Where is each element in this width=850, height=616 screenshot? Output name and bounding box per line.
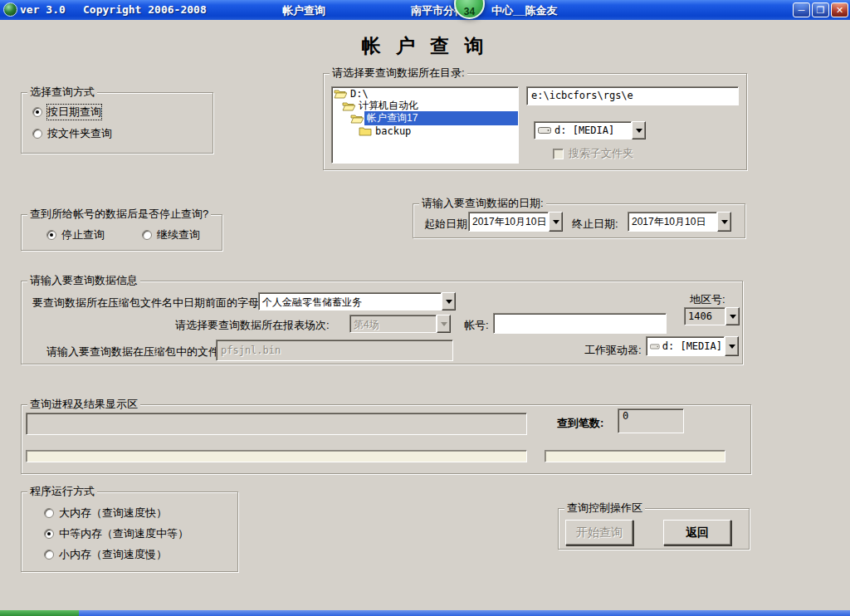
- start-date-combo[interactable]: 2017年10月10日: [468, 212, 563, 232]
- prefix-combo[interactable]: 个人金融零售储蓄业务: [258, 292, 456, 310]
- tree-item-label: 帐户查询17: [364, 111, 518, 125]
- drive-combo[interactable]: d: [MEDIA]: [534, 121, 646, 139]
- radio-icon: [46, 230, 56, 240]
- folder-open-icon: [334, 88, 347, 99]
- progress-bar-main: [26, 450, 527, 462]
- restore-button[interactable]: ❐: [812, 2, 829, 17]
- group-query-method: 选择查询方式 按日期查询 按文件夹查询: [21, 92, 213, 154]
- taskbar-start-button-edge[interactable]: [0, 610, 79, 616]
- account-input[interactable]: [493, 313, 667, 334]
- work-drive-arrow-button[interactable]: [725, 336, 739, 356]
- prefix-combo-arrow-button[interactable]: [442, 292, 456, 310]
- restore-icon: ❐: [817, 5, 825, 15]
- back-button[interactable]: 返回: [663, 520, 731, 545]
- end-date-arrow-button[interactable]: [717, 212, 731, 232]
- end-date-value: 2017年10月10日: [628, 212, 717, 232]
- radio-label: 按文件夹查询: [47, 126, 112, 141]
- region-combo-arrow-button[interactable]: [725, 307, 740, 325]
- radio-icon: [32, 129, 42, 139]
- titlebar-app-title: 帐户查询: [282, 3, 325, 18]
- group-stop-query: 查到所给帐号的数据后是否停止查询? 停止查询 继续查询: [21, 214, 222, 251]
- radio-icon: [44, 550, 54, 560]
- radio-option-by-date[interactable]: 按日期查询: [32, 105, 101, 120]
- session-label: 请选择要查询数据所在报表场次:: [175, 318, 330, 333]
- group-controls-title: 查询控制操作区: [564, 502, 645, 514]
- radio-label: 中等内存（查询速度中等）: [59, 526, 188, 541]
- start-date-value: 2017年10月10日: [468, 212, 549, 232]
- start-date-arrow-button[interactable]: [549, 212, 563, 232]
- app-icon: [3, 2, 17, 17]
- session-combo-value: 第4场: [349, 315, 437, 333]
- region-combo-value: 1406: [684, 307, 725, 325]
- minimize-icon: ─: [799, 5, 805, 15]
- radio-label: 按日期查询: [47, 105, 101, 120]
- group-controls: 查询控制操作区 开始查询 返回: [558, 508, 750, 550]
- end-date-combo[interactable]: 2017年10月10日: [628, 212, 731, 232]
- subfolder-checkbox-label: 搜索子文件夹: [569, 146, 633, 161]
- close-button[interactable]: ✕: [831, 2, 848, 17]
- tree-item-account-query17[interactable]: 帐户查询17: [332, 112, 518, 125]
- start-query-button[interactable]: 开始查询: [565, 520, 633, 545]
- end-date-label: 终止日期:: [572, 217, 618, 232]
- group-progress-title: 查询进程及结果显示区: [27, 398, 140, 410]
- chevron-down-icon: [446, 300, 452, 307]
- count-label: 查到笔数:: [557, 416, 603, 431]
- radio-icon: [44, 508, 54, 518]
- drive-combo-value: d: [MEDIA]: [554, 125, 614, 136]
- count-value-box: 0: [618, 408, 684, 433]
- region-combo[interactable]: 1406: [684, 307, 740, 325]
- page-title: 帐 户 查 询: [0, 33, 850, 59]
- radio-label: 继续查询: [157, 227, 200, 242]
- path-field[interactable]: e:\icbcfors\rgs\e: [526, 86, 739, 105]
- subfolder-checkbox-row[interactable]: 搜索子文件夹: [553, 146, 633, 161]
- chevron-down-icon: [729, 345, 735, 352]
- drive-combo-arrow-button[interactable]: [632, 121, 646, 139]
- minimize-button[interactable]: ─: [793, 2, 810, 17]
- group-query-method-title: 选择查询方式: [27, 86, 97, 98]
- group-progress: 查询进程及结果显示区 查到笔数: 0: [21, 404, 751, 474]
- radio-option-continue[interactable]: 继续查询: [142, 227, 200, 242]
- radio-option-small-memory[interactable]: 小内存（查询速度慢）: [44, 547, 167, 562]
- filename-label: 请输入要查询数据在压缩包中的文件名:: [46, 345, 233, 359]
- tree-item-label: backup: [373, 125, 413, 137]
- tree-item-drive-root[interactable]: D:\: [332, 87, 518, 100]
- taskbar-edge: [79, 610, 850, 616]
- radio-option-by-folder[interactable]: 按文件夹查询: [32, 126, 112, 141]
- radio-label: 大内存（查询速度快）: [59, 506, 167, 521]
- radio-option-large-memory[interactable]: 大内存（查询速度快）: [44, 506, 167, 521]
- title-bar: ver 3.0 Copyright 2006-2008 帐户查询 南平市分行 中…: [0, 0, 850, 20]
- radio-label: 停止查询: [61, 227, 105, 242]
- copyright-text: Copyright 2006-2008: [83, 3, 207, 16]
- radio-option-stop[interactable]: 停止查询: [46, 227, 105, 242]
- chevron-down-icon: [553, 220, 559, 227]
- directory-tree[interactable]: D:\ 计算机自动化 帐户查询17 backup: [331, 86, 519, 164]
- checkbox-icon: [553, 149, 564, 159]
- chevron-down-icon: [721, 220, 728, 227]
- account-label: 帐号:: [464, 318, 489, 333]
- radio-label: 小内存（查询速度慢）: [59, 547, 167, 562]
- group-date-range: 请输入要查询数据的日期: 起始日期: 2017年10月10日 终止日期: 201…: [413, 203, 745, 238]
- drive-icon: [650, 343, 660, 350]
- group-run-mode-title: 程序运行方式: [27, 486, 97, 497]
- group-directory-title: 请选择要查询数据所在目录:: [330, 67, 467, 79]
- group-date-range-title: 请输入要查询数据的日期:: [419, 198, 546, 209]
- filename-field[interactable]: pfsjnl.bin: [216, 340, 453, 361]
- folder-open-icon: [342, 100, 355, 111]
- chevron-down-icon: [636, 129, 642, 136]
- group-data-info: 请输入要查询数据信息 要查询数据所在压缩包文件名中日期前面的字母: 个人金融零售…: [21, 281, 743, 364]
- radio-option-medium-memory[interactable]: 中等内存（查询速度中等）: [44, 526, 188, 541]
- radio-icon: [32, 107, 42, 117]
- tree-item-backup[interactable]: backup: [332, 125, 518, 137]
- folder-closed-icon: [359, 125, 372, 136]
- group-run-mode: 程序运行方式 大内存（查询速度快） 中等内存（查询速度中等） 小内存（查询速度慢…: [21, 491, 238, 572]
- session-combo[interactable]: 第4场: [349, 315, 451, 333]
- chevron-down-icon: [730, 315, 736, 322]
- version-text: ver 3.0: [20, 3, 66, 16]
- folder-open-icon: [350, 113, 364, 124]
- tree-item-automation[interactable]: 计算机自动化: [332, 100, 518, 112]
- session-combo-arrow-button[interactable]: [437, 315, 451, 333]
- close-icon: ✕: [836, 5, 843, 15]
- group-data-info-title: 请输入要查询数据信息: [27, 275, 140, 286]
- work-drive-combo[interactable]: d: [MEDIA]: [646, 336, 739, 356]
- chevron-down-icon: [441, 322, 447, 330]
